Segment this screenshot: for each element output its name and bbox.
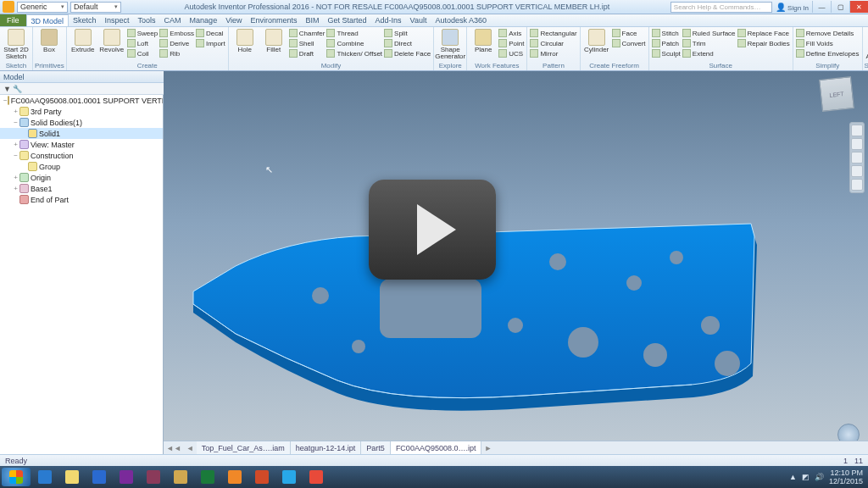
fill-voids-button[interactable]: Fill Voids — [796, 38, 860, 48]
taskbar-ie[interactable] — [32, 468, 58, 486]
chamfer-button[interactable]: Chamfer — [289, 28, 326, 38]
doc-tab-active[interactable]: FC00AAQ95008.0….ipt — [391, 441, 482, 454]
nav-home-icon[interactable] — [851, 125, 863, 136]
taskbar-notes[interactable] — [141, 468, 166, 486]
taskbar-inventor[interactable] — [222, 468, 248, 486]
thread-button[interactable]: Thread — [326, 28, 382, 38]
minimize-button[interactable]: — — [812, 1, 831, 13]
rib-button[interactable]: Rib — [159, 48, 194, 58]
tree-base1[interactable]: +Base1 — [0, 183, 163, 194]
shell-button[interactable]: Shell — [289, 38, 326, 48]
ucs-button[interactable]: UCS — [498, 48, 524, 58]
doc-tab[interactable]: heatgun-12-14.ipt — [291, 441, 362, 454]
remove-details-button[interactable]: Remove Details — [796, 28, 860, 38]
taskbar-outlook[interactable] — [86, 468, 112, 486]
tab-nav-back[interactable]: ◄ — [184, 444, 197, 452]
trim-button[interactable]: Trim — [682, 38, 736, 48]
nav-pan-icon[interactable] — [851, 138, 863, 150]
sweep-button[interactable]: Sweep — [127, 28, 158, 38]
import-button[interactable]: Import — [196, 38, 225, 48]
taskbar-powerpoint[interactable] — [249, 468, 275, 486]
replace-face-button[interactable]: Replace Face — [737, 28, 790, 38]
taskbar-excel[interactable] — [195, 468, 220, 486]
start-button[interactable] — [2, 468, 31, 486]
taskbar-skype[interactable] — [276, 468, 302, 486]
mirror-button[interactable]: Mirror — [530, 48, 576, 58]
coil-button[interactable]: Coil — [127, 48, 158, 58]
tab-cam[interactable]: CAM — [160, 14, 186, 26]
extrude-button[interactable]: Extrude — [69, 28, 97, 53]
taskbar-explorer[interactable] — [59, 468, 85, 486]
convert-ff-button[interactable]: Convert — [612, 38, 646, 48]
clock[interactable]: 12:10 PM12/1/2015 — [829, 469, 863, 485]
tray-up-icon[interactable]: ▲ — [789, 473, 797, 481]
tab-nav-prev[interactable]: ◄◄ — [164, 444, 184, 452]
circular-button[interactable]: Circular — [530, 38, 576, 48]
tray-volume-icon[interactable]: 🔊 — [815, 473, 824, 481]
shape-generator-button[interactable]: Shape Generator — [436, 28, 465, 60]
axis-button[interactable]: Axis — [498, 28, 524, 38]
define-envelopes-button[interactable]: Define Envelopes — [796, 48, 860, 58]
tree-construction[interactable]: −Construction — [0, 150, 163, 161]
extend-button[interactable]: Extend — [682, 48, 736, 58]
stress-analysis-button[interactable]: Stress Analysis — [865, 28, 869, 60]
rectangular-button[interactable]: Rectangular — [530, 28, 576, 38]
tree-group[interactable]: Group — [0, 161, 163, 172]
tab-get-started[interactable]: Get Started — [324, 14, 371, 26]
model-tree[interactable]: −FC00AAQ95008.001.0001 SUPPORT VERTICAL … — [0, 95, 164, 454]
stitch-button[interactable]: Stitch — [652, 28, 681, 38]
tab-vault[interactable]: Vault — [406, 14, 431, 26]
draft-button[interactable]: Draft — [289, 48, 326, 58]
system-tray[interactable]: ▲ ◩ 🔊 12:10 PM12/1/2015 — [789, 469, 866, 485]
thicken-button[interactable]: Thicken/ Offset — [326, 48, 382, 58]
combine-button[interactable]: Combine — [326, 38, 382, 48]
browser-toolbar[interactable]: ▼ 🔧 — [0, 83, 164, 95]
tab-3d-model[interactable]: 3D Model — [26, 14, 70, 26]
nav-orbit-icon[interactable] — [851, 165, 863, 177]
decal-button[interactable]: Decal — [196, 28, 225, 38]
file-tab[interactable]: File — [0, 14, 26, 26]
tab-addins[interactable]: Add-Ins — [371, 14, 406, 26]
signin-link[interactable]: 👤 Sign In — [776, 3, 809, 12]
split-button[interactable]: Split — [384, 28, 431, 38]
patch-button[interactable]: Patch — [652, 38, 681, 48]
materials-combo[interactable]: Generic▾ — [17, 2, 68, 13]
nav-zoom-icon[interactable] — [851, 152, 863, 164]
viewcube[interactable]: LEFT — [819, 76, 854, 112]
tree-origin[interactable]: +Origin — [0, 172, 163, 183]
viewport[interactable]: LEFT ↖ — [164, 71, 868, 454]
taskbar-onenote[interactable] — [114, 468, 139, 486]
tab-view[interactable]: View — [221, 14, 246, 26]
taskbar-app[interactable] — [168, 468, 193, 486]
tab-bim[interactable]: BIM — [302, 14, 324, 26]
tray-network-icon[interactable]: ◩ — [802, 473, 810, 481]
loft-button[interactable]: Loft — [127, 38, 158, 48]
box-button[interactable]: Box — [35, 28, 64, 53]
tree-root[interactable]: −FC00AAQ95008.001.0001 SUPPORT VERTICAL … — [0, 95, 163, 106]
taskbar-chrome[interactable] — [303, 468, 329, 486]
tab-tools[interactable]: Tools — [134, 14, 160, 26]
hole-button[interactable]: Hole — [231, 28, 259, 53]
tree-view-master[interactable]: +View: Master — [0, 139, 163, 150]
tab-environments[interactable]: Environments — [247, 14, 302, 26]
tree-solid1[interactable]: Solid1 — [0, 128, 163, 139]
start-2d-sketch-button[interactable]: Start 2D Sketch — [2, 28, 31, 60]
fillet-button[interactable]: Fillet — [259, 28, 288, 53]
cylinder-button[interactable]: Cylinder — [582, 28, 611, 53]
tab-sketch[interactable]: Sketch — [69, 14, 101, 26]
doc-tab[interactable]: Part5 — [361, 441, 391, 454]
tab-a360[interactable]: Autodesk A360 — [431, 14, 491, 26]
doc-tab[interactable]: Top_Fuel_Car_As….iam — [197, 441, 291, 454]
tab-manage[interactable]: Manage — [186, 14, 222, 26]
tree-end-of-part[interactable]: End of Part — [0, 194, 163, 205]
navigation-bar[interactable] — [849, 122, 865, 193]
appearance-combo[interactable]: Default▾ — [70, 2, 121, 13]
help-search[interactable]: Search Help & Commands… — [670, 2, 772, 13]
face-button[interactable]: Face — [612, 28, 646, 38]
nav-lookat-icon[interactable] — [851, 179, 863, 191]
repair-bodies-button[interactable]: Repair Bodies — [737, 38, 790, 48]
maximize-button[interactable]: ▢ — [831, 1, 849, 13]
delete-face-button[interactable]: Delete Face — [384, 48, 431, 58]
revolve-button[interactable]: Revolve — [97, 28, 126, 53]
point-button[interactable]: Point — [498, 38, 524, 48]
